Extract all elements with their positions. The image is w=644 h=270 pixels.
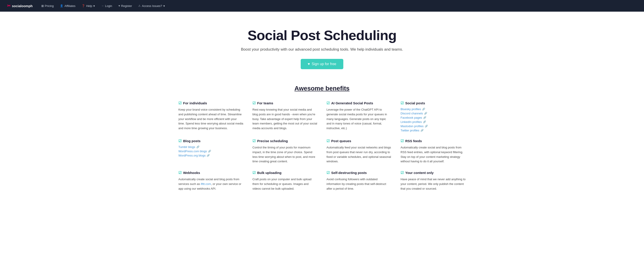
- nav-register-label: Register: [121, 4, 132, 8]
- benefit-for-teams-title: ☑ For teams: [252, 101, 318, 105]
- wporg-link-icon: 🔗: [207, 154, 210, 157]
- hero-section: Social Post Scheduling Boost your produc…: [0, 12, 644, 80]
- benefits-section: Awesome benefits ☑ For individuals Keep …: [165, 80, 479, 205]
- hero-title: Social Post Scheduling: [4, 27, 640, 43]
- benefit-rss-feeds: ☑ RSS feeds Automatically create social …: [400, 139, 466, 164]
- benefit-bulk-uploading: ☑ Bulk uploading Craft posts on your com…: [252, 171, 318, 191]
- wordpress-org-link[interactable]: WordPress.org blogs 🔗: [178, 154, 244, 157]
- signup-label: Sign up for free: [312, 62, 336, 66]
- check-icon-blog: ☑: [178, 139, 182, 143]
- navbar: ✂ socialoomph ▦ Pricing 👤 Affiliates ❓ H…: [0, 0, 644, 12]
- nav-pricing-label: Pricing: [45, 4, 54, 8]
- benefit-for-teams: ☑ For teams Rest easy knowing that your …: [252, 101, 318, 132]
- benefits-grid: ☑ For individuals Keep your brand voice …: [178, 101, 466, 191]
- benefit-for-teams-desc: Rest easy knowing that your social media…: [252, 108, 318, 131]
- access-dropdown-icon: ▾: [163, 4, 165, 8]
- benefits-title: Awesome benefits: [178, 85, 466, 92]
- benefit-precise-scheduling: ☑ Precise scheduling Control the timing …: [252, 139, 318, 164]
- bluesky-profiles-link[interactable]: Bluesky profiles 🔗: [400, 108, 466, 111]
- signup-heart-icon: ♥: [308, 62, 310, 66]
- benefit-social-posts: ☑ Social posts Bluesky profiles 🔗 Discor…: [400, 101, 466, 132]
- pricing-icon: ▦: [41, 4, 44, 7]
- nav-affiliates[interactable]: 👤 Affiliates: [58, 3, 78, 9]
- benefit-social-posts-title: ☑ Social posts: [400, 101, 466, 105]
- twitter-profiles-link[interactable]: Twitter profiles 🔗: [400, 129, 466, 132]
- facebook-link-icon: 🔗: [423, 116, 426, 119]
- hero-subtitle: Boost your productivity with our advance…: [4, 47, 640, 52]
- benefit-bulk-desc: Craft posts on your computer and bulk up…: [252, 177, 318, 191]
- twitter-link-icon: 🔗: [420, 129, 424, 132]
- benefit-for-individuals: ☑ For individuals Keep your brand voice …: [178, 101, 244, 132]
- nav-affiliates-label: Affiliates: [64, 4, 76, 8]
- benefit-rss-desc: Automatically create social and blog pos…: [400, 145, 466, 164]
- benefit-precise-desc: Control the timing of your posts for max…: [252, 145, 318, 164]
- discord-link-icon: 🔗: [424, 112, 427, 115]
- benefit-your-content-title: ☑ Your content only: [400, 171, 466, 175]
- nav-login[interactable]: → Login: [99, 3, 114, 9]
- check-icon-self-destruct: ☑: [326, 171, 330, 175]
- benefit-rss-title: ☑ RSS feeds: [400, 139, 466, 143]
- benefit-webhooks-title: ☑ Webhooks: [178, 171, 244, 175]
- check-icon-your-content: ☑: [400, 171, 404, 175]
- signup-button[interactable]: ♥ Sign up for free: [301, 59, 344, 69]
- benefit-webhooks-desc: Automatically create social and blog pos…: [178, 177, 244, 191]
- login-icon: →: [101, 4, 104, 7]
- benefit-queues-desc: Automatically feed your social networks …: [326, 145, 392, 164]
- linkedin-link-icon: 🔗: [423, 121, 426, 123]
- check-icon-queues: ☑: [326, 139, 330, 143]
- benefit-for-individuals-title: ☑ For individuals: [178, 101, 244, 105]
- bluesky-link-icon: 🔗: [422, 108, 425, 111]
- check-icon-teams: ☑: [252, 101, 256, 105]
- check-icon-ai: ☑: [326, 101, 330, 105]
- linkedin-profiles-link[interactable]: LinkedIn profiles 🔗: [400, 120, 466, 124]
- benefit-ai-desc: Leverage the power of the ChatGPT API to…: [326, 108, 392, 131]
- tumblr-link-icon: 🔗: [196, 145, 200, 148]
- brand-icon: ✂: [7, 3, 10, 8]
- benefit-blog-posts-title: ☑ Blog posts: [178, 139, 244, 143]
- wpcom-link-icon: 🔗: [208, 150, 211, 153]
- discord-channels-link[interactable]: Discord channels 🔗: [400, 112, 466, 115]
- benefit-blog-posts: ☑ Blog posts Tumblr blogs 🔗 WordPress.co…: [178, 139, 244, 164]
- nav-access-label: Access Issues?: [142, 4, 162, 8]
- benefit-your-content-desc: Have peace of mind that we never add any…: [400, 177, 466, 191]
- benefit-for-individuals-desc: Keep your brand voice consistent by sche…: [178, 108, 244, 131]
- ifttt-link[interactable]: ifttt.com: [201, 182, 211, 186]
- brand-logo[interactable]: ✂ socialoomph: [7, 3, 33, 8]
- benefit-precise-title: ☑ Precise scheduling: [252, 139, 318, 143]
- nav-help[interactable]: ❓ Help ▾: [80, 3, 97, 9]
- nav-login-label: Login: [105, 4, 112, 8]
- benefit-self-destructing: ☑ Self-destructing posts Avoid confusing…: [326, 171, 392, 191]
- check-icon-bulk: ☑: [252, 171, 256, 175]
- brand-name: socialoomph: [12, 4, 33, 8]
- wordpress-com-link[interactable]: WordPress.com blogs 🔗: [178, 149, 244, 153]
- mastodon-profiles-link[interactable]: Mastodon profiles 🔗: [400, 125, 466, 128]
- check-icon-social: ☑: [400, 101, 404, 105]
- benefit-webhooks: ☑ Webhooks Automatically create social a…: [178, 171, 244, 191]
- benefit-self-destruct-title: ☑ Self-destructing posts: [326, 171, 392, 175]
- nav-pricing[interactable]: ▦ Pricing: [39, 3, 56, 9]
- benefit-bulk-title: ☑ Bulk uploading: [252, 171, 318, 175]
- nav-access[interactable]: ⚠ Access Issues? ▾: [136, 3, 167, 9]
- benefit-self-destruct-desc: Avoid confusing followers with outdated …: [326, 177, 392, 191]
- check-icon-precise: ☑: [252, 139, 256, 143]
- register-icon: ♥: [118, 4, 120, 7]
- benefit-post-queues: ☑ Post queues Automatically feed your so…: [326, 139, 392, 164]
- access-icon: ⚠: [138, 4, 141, 7]
- benefit-ai-title: ☑ AI Generated Social Posts: [326, 101, 392, 105]
- benefit-ai-generated: ☑ AI Generated Social Posts Leverage the…: [326, 101, 392, 132]
- check-icon-webhooks: ☑: [178, 171, 182, 175]
- check-icon-individuals: ☑: [178, 101, 182, 105]
- check-icon-rss: ☑: [400, 139, 404, 143]
- help-dropdown-icon: ▾: [93, 4, 95, 8]
- affiliates-icon: 👤: [60, 4, 63, 7]
- facebook-pages-link[interactable]: Facebook pages 🔗: [400, 116, 466, 119]
- benefit-your-content: ☑ Your content only Have peace of mind t…: [400, 171, 466, 191]
- mastodon-link-icon: 🔗: [425, 125, 428, 128]
- help-icon: ❓: [82, 4, 85, 7]
- benefit-queues-title: ☑ Post queues: [326, 139, 392, 143]
- nav-help-label: Help: [86, 4, 92, 8]
- nav-register[interactable]: ♥ Register: [116, 3, 134, 9]
- tumblr-blogs-link[interactable]: Tumblr blogs 🔗: [178, 145, 244, 149]
- blog-posts-links: Tumblr blogs 🔗 WordPress.com blogs 🔗 Wor…: [178, 145, 244, 157]
- social-posts-links: Bluesky profiles 🔗 Discord channels 🔗 Fa…: [400, 108, 466, 132]
